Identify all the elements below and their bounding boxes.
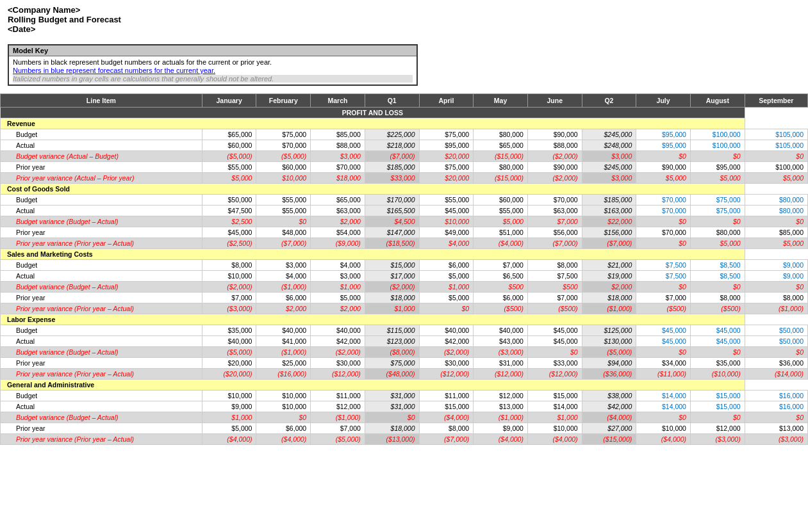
row-label: Prior year [1,293,202,303]
table-row: Budget variance (Budget – Actual)($2,000… [1,282,808,293]
cell-value: $5,000 [745,173,807,184]
cell-value: $55,000 [474,206,528,216]
cell-value: $123,000 [365,336,419,347]
cell-value: $105,000 [745,140,807,151]
cell-value: $10,000 [202,391,256,401]
cell-value: $7,000 [474,260,528,271]
cell-value: $20,000 [202,358,256,369]
cell-value: $0 [419,303,474,314]
cell-value: ($15,000) [582,434,636,445]
model-key-line1: Numbers in black represent budget number… [13,58,413,66]
cell-value: ($10,000) [690,369,745,380]
table-row: Prior year$20,000$25,000$30,000$75,000$3… [1,358,808,369]
cell-value: ($16,000) [256,369,311,380]
cell-value: $165,500 [365,206,419,216]
cell-value: $18,000 [365,293,419,303]
model-key-line2: Numbers in blue represent forecast numbe… [13,67,413,74]
section-header-label: Revenue [1,118,745,129]
cell-value: $5,000 [474,216,528,227]
table-row: Actual$47,500$55,000$63,000$165,500$45,0… [1,206,808,216]
col-september: September [745,94,807,108]
cell-value: $2,000 [311,216,365,227]
cell-value: $10,000 [636,423,691,434]
cell-value: $15,000 [690,401,745,412]
cell-value: $75,000 [419,162,474,173]
cell-value: $95,000 [636,140,691,151]
cell-value: ($13,000) [365,434,419,445]
cell-value: ($11,000) [636,369,691,380]
cell-value: $4,500 [365,216,419,227]
cell-value: $500 [527,282,582,293]
cell-value: $0 [690,216,745,227]
cell-value: $48,000 [256,227,311,238]
cell-value: $20,000 [419,173,474,184]
cell-value: $0 [690,151,745,162]
cell-value: $70,000 [636,195,691,206]
table-row: Budget$35,000$40,000$40,000$115,000$40,0… [1,325,808,336]
cell-value: $75,000 [690,195,745,206]
table-row: Prior year$5,000$6,000$7,000$18,000$8,00… [1,423,808,434]
cell-value: $14,000 [636,391,691,401]
cell-value: ($1,000) [745,303,807,314]
table-row: Prior year variance (Prior year – Actual… [1,369,808,380]
cell-value: $0 [527,347,582,358]
cell-value: $8,000 [202,260,256,271]
table-row: Budget$50,000$55,000$65,000$170,000$55,0… [1,195,808,206]
cell-value: $4,000 [256,271,311,282]
cell-value: ($3,000) [202,303,256,314]
cell-value: $3,000 [582,151,636,162]
cell-value: ($12,000) [311,369,365,380]
cell-value: $163,000 [582,206,636,216]
cell-value: $16,000 [745,391,807,401]
cell-value: $8,500 [690,271,745,282]
cell-value: ($1,000) [256,347,311,358]
cell-value: $55,000 [202,162,256,173]
cell-value: $12,000 [474,391,528,401]
cell-value: $225,000 [365,129,419,140]
cell-value: $1,000 [527,412,582,423]
cell-value: $125,000 [582,325,636,336]
cell-value: $245,000 [582,129,636,140]
table-row: Prior year variance (Prior year – Actual… [1,434,808,445]
cell-value: $10,000 [527,423,582,434]
cell-value: $1,000 [419,282,474,293]
cell-value: $88,000 [527,140,582,151]
report-title: Rolling Budget and Forecast [8,15,800,24]
cell-value: $15,000 [419,401,474,412]
cell-value: $7,500 [527,271,582,282]
cell-value: $94,000 [582,358,636,369]
cell-value: ($15,000) [474,151,528,162]
cell-value: $50,000 [745,336,807,347]
cell-value: ($4,000) [582,412,636,423]
cell-value: $42,000 [582,401,636,412]
cell-value: ($7,000) [365,151,419,162]
cell-value: ($2,000) [202,282,256,293]
pnl-header-row: PROFIT AND LOSS [1,108,808,118]
col-march: March [311,94,365,108]
row-label: Budget [1,391,202,401]
cell-value: $5,000 [636,173,691,184]
cell-value: ($48,000) [365,369,419,380]
row-label: Budget variance (Budget – Actual) [1,282,202,293]
table-row: Budget$8,000$3,000$4,000$15,000$6,000$7,… [1,260,808,271]
cell-value: $0 [256,216,311,227]
cell-value: $0 [636,238,691,249]
cell-value: $7,500 [636,260,691,271]
row-label: Actual [1,401,202,412]
row-label: Budget variance (Budget – Actual) [1,412,202,423]
cell-value: $0 [636,282,691,293]
cell-value: $50,000 [202,195,256,206]
cell-value: $5,000 [419,271,474,282]
cell-value: $65,000 [202,129,256,140]
cell-value: ($5,000) [256,151,311,162]
cell-value: $34,000 [636,358,691,369]
cell-value: ($500) [636,303,691,314]
row-label: Prior year variance (Prior year – Actual… [1,369,202,380]
cell-value: $30,000 [311,358,365,369]
cell-value: $43,000 [474,336,528,347]
table-row: Prior year variance (Prior year – Actual… [1,238,808,249]
cell-value: $60,000 [256,162,311,173]
cell-value: $9,000 [745,271,807,282]
table-header-row: Line Item January February March Q1 Apri… [1,94,808,108]
cell-value: ($2,000) [527,151,582,162]
